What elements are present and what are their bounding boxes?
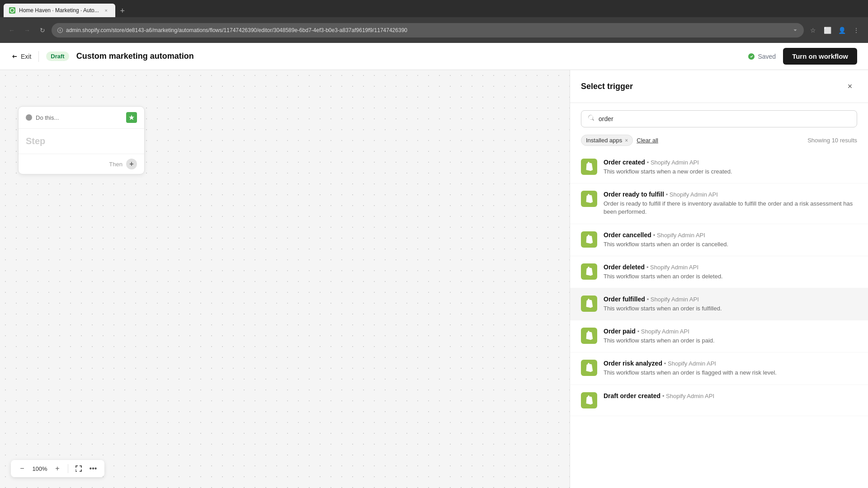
trigger-description: Order is ready to fulfill if there is in…	[604, 200, 857, 216]
trigger-panel: Select trigger × Installed apps × Clear …	[570, 70, 868, 488]
trigger-name: Order paid • Shopify Admin API	[604, 328, 857, 335]
search-icon	[588, 114, 595, 123]
saved-indicator: Saved	[748, 53, 776, 60]
shopify-logo-icon	[581, 328, 597, 344]
trigger-source: • Shopify Admin API	[647, 159, 699, 166]
search-input-wrapper	[581, 110, 857, 127]
new-tab-button[interactable]: +	[116, 5, 129, 17]
saved-checkmark-icon	[748, 53, 755, 60]
header-divider	[38, 51, 39, 62]
trigger-info: Order deleted • Shopify Admin API This w…	[604, 263, 857, 281]
trigger-info: Order created • Shopify Admin API This w…	[604, 159, 857, 176]
trigger-item[interactable]: Order created • Shopify Admin API This w…	[570, 151, 868, 183]
results-count: Showing 10 results	[807, 137, 857, 144]
zoom-in-button[interactable]: +	[52, 463, 63, 474]
shopify-logo-icon	[581, 231, 597, 248]
trigger-name: Order ready to fulfill • Shopify Admin A…	[604, 191, 857, 198]
trigger-source: • Shopify Admin API	[653, 232, 705, 239]
draft-badge: Draft	[46, 52, 69, 61]
back-button[interactable]: ←	[5, 24, 18, 37]
expand-button[interactable]	[73, 463, 85, 474]
trigger-item[interactable]: Order cancelled • Shopify Admin API This…	[570, 224, 868, 256]
menu-button[interactable]: ⋮	[850, 24, 863, 37]
exit-label: Exit	[21, 53, 31, 60]
extensions-button[interactable]: ⬜	[821, 24, 834, 37]
trigger-item[interactable]: Order risk analyzed • Shopify Admin API …	[570, 352, 868, 385]
tab-title: Home Haven · Marketing · Auto...	[19, 7, 99, 14]
trigger-item[interactable]: Order ready to fulfill • Shopify Admin A…	[570, 183, 868, 224]
tab-close-button[interactable]: ×	[103, 7, 110, 14]
trigger-source: • Shopify Admin API	[664, 360, 716, 367]
profile-button[interactable]: 👤	[835, 24, 848, 37]
active-tab[interactable]: Home Haven · Marketing · Auto... ×	[4, 4, 115, 17]
trigger-name: Order created • Shopify Admin API	[604, 159, 857, 166]
trigger-item[interactable]: Order deleted • Shopify Admin API This w…	[570, 256, 868, 288]
canvas-controls: − 100% + •••	[11, 460, 104, 477]
filter-bar: Installed apps × Clear all Showing 10 re…	[570, 131, 868, 151]
automation-title: Custom marketing automation	[76, 52, 741, 61]
turn-on-workflow-button[interactable]: Turn on workflow	[783, 48, 857, 65]
trigger-info: Order risk analyzed • Shopify Admin API …	[604, 360, 857, 377]
main-content: Do this... Step Then + − 100% + •	[0, 70, 868, 488]
then-label: Then	[109, 161, 123, 168]
trigger-description: This workflow starts when an order is pa…	[604, 337, 857, 345]
saved-label: Saved	[758, 53, 776, 60]
zoom-level: 100%	[31, 465, 49, 472]
trigger-name: Order risk analyzed • Shopify Admin API	[604, 360, 857, 367]
node-body: Step	[19, 129, 144, 154]
shopify-logo-icon	[581, 191, 597, 207]
trigger-source: • Shopify Admin API	[647, 296, 699, 303]
refresh-button[interactable]: ↻	[36, 24, 49, 37]
exit-button[interactable]: Exit	[11, 53, 31, 60]
trigger-item[interactable]: Draft order created • Shopify Admin API	[570, 385, 868, 416]
search-container	[570, 103, 868, 131]
trigger-item[interactable]: Order paid • Shopify Admin API This work…	[570, 320, 868, 352]
trigger-name: Draft order created • Shopify Admin API	[604, 392, 857, 399]
trigger-description: This workflow starts when an order is fu…	[604, 305, 857, 313]
trigger-list: Order created • Shopify Admin API This w…	[570, 151, 868, 488]
node-header-label: Do this...	[36, 114, 59, 121]
add-step-button[interactable]: +	[126, 159, 137, 169]
node-icon	[126, 112, 137, 123]
trigger-name: Order fulfilled • Shopify Admin API	[604, 296, 857, 303]
trigger-item[interactable]: Order fulfilled • Shopify Admin API This…	[570, 288, 868, 320]
shopify-logo-icon	[581, 296, 597, 312]
trigger-description: This workflow starts when an order is fl…	[604, 369, 857, 377]
node-step-label: Step	[26, 136, 137, 146]
zoom-out-button[interactable]: −	[16, 463, 28, 474]
filter-tags: Installed apps × Clear all	[581, 135, 658, 146]
trigger-source: • Shopify Admin API	[666, 191, 718, 198]
bookmark-button[interactable]: ☆	[807, 24, 819, 37]
url-text: admin.shopify.com/store/de8143-a6/market…	[66, 27, 789, 33]
trigger-info: Order fulfilled • Shopify Admin API This…	[604, 296, 857, 313]
node-header: Do this...	[19, 107, 144, 129]
installed-apps-filter[interactable]: Installed apps ×	[581, 135, 633, 146]
trigger-name: Order deleted • Shopify Admin API	[604, 263, 857, 271]
browser-chrome: Home Haven · Marketing · Auto... × + ← →…	[0, 0, 868, 43]
shopify-logo-icon	[581, 392, 597, 408]
panel-header: Select trigger ×	[570, 70, 868, 103]
control-divider	[68, 464, 68, 473]
trigger-info: Order paid • Shopify Admin API This work…	[604, 328, 857, 345]
forward-button[interactable]: →	[21, 24, 33, 37]
clear-all-button[interactable]: Clear all	[637, 137, 658, 144]
filter-tag-label: Installed apps	[586, 137, 622, 144]
trigger-info: Draft order created • Shopify Admin API	[604, 392, 857, 401]
panel-close-button[interactable]: ×	[843, 79, 857, 94]
trigger-info: Order ready to fulfill • Shopify Admin A…	[604, 191, 857, 216]
panel-title: Select trigger	[581, 82, 633, 91]
browser-tab-bar: Home Haven · Marketing · Auto... × +	[0, 0, 868, 17]
tab-favicon	[9, 7, 15, 14]
trigger-description: This workflow starts when an order is ca…	[604, 240, 857, 249]
filter-tag-remove[interactable]: ×	[625, 137, 628, 144]
workflow-node[interactable]: Do this... Step Then +	[18, 106, 145, 174]
trigger-source: • Shopify Admin API	[637, 328, 689, 335]
url-bar[interactable]: admin.shopify.com/store/de8143-a6/market…	[52, 23, 804, 38]
browser-nav: ← → ↻ admin.shopify.com/store/de8143-a6/…	[0, 17, 868, 43]
trigger-description: This workflow starts when an order is de…	[604, 272, 857, 281]
app-header: Exit Draft Custom marketing automation S…	[0, 43, 868, 70]
workflow-canvas[interactable]: Do this... Step Then + − 100% + •	[0, 70, 570, 488]
more-options-button[interactable]: •••	[87, 463, 99, 474]
search-input[interactable]	[599, 115, 850, 122]
node-footer: Then +	[19, 154, 144, 174]
